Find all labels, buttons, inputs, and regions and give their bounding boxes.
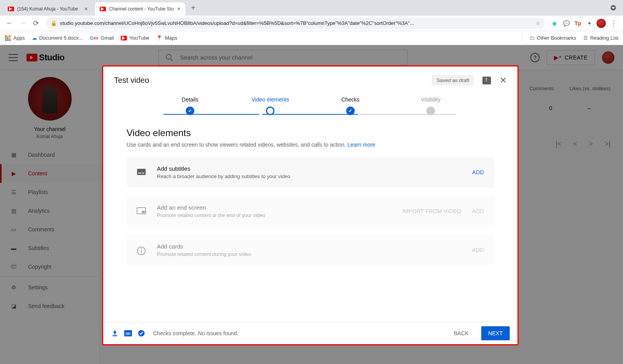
url-field[interactable]: 🔒 studio.youtube.com/channel/UCoHnj6oVjv… — [46, 18, 545, 29]
dialog-footer: SD Checks complete. No issues found. BAC… — [103, 322, 517, 344]
close-icon[interactable]: ✕ — [84, 6, 88, 12]
svg-rect-3 — [5, 37, 7, 39]
svg-point-17 — [141, 248, 142, 250]
check-icon — [346, 107, 355, 115]
svg-rect-5 — [9, 37, 11, 39]
extension-icon[interactable]: Tp — [573, 19, 583, 28]
check-icon — [186, 107, 194, 115]
bookmark-item[interactable]: 📍Maps — [156, 35, 177, 41]
lock-icon: 🔒 — [51, 20, 57, 26]
upload-icon — [111, 329, 119, 337]
svg-rect-4 — [7, 37, 9, 39]
feedback-icon[interactable] — [482, 77, 491, 84]
import-from-video-button: IMPORT FROM VIDEO — [402, 208, 461, 214]
add-subtitles-button[interactable]: ADD — [472, 169, 484, 175]
bookmark-item[interactable]: GmGmail — [90, 35, 114, 41]
sd-icon: SD — [124, 330, 132, 336]
svg-rect-8 — [9, 39, 11, 41]
tab-label: (154) Komal Ahuja - YouTube — [17, 6, 78, 12]
learn-more-link[interactable]: Learn more — [347, 142, 375, 148]
back-icon[interactable]: ← — [4, 18, 15, 29]
browser-tabstrip: (154) Komal Ahuja - YouTube ✕ Channel co… — [0, 0, 623, 16]
bookmark-item[interactable]: YouTube — [121, 35, 149, 41]
new-tab-button[interactable]: + — [188, 4, 199, 12]
tab-youtube[interactable]: (154) Komal Ahuja - YouTube ✕ — [3, 2, 93, 16]
profile-avatar[interactable] — [597, 19, 606, 28]
grammarly-icon[interactable]: ◉ — [550, 19, 559, 28]
checks-status: Checks complete. No issues found. — [153, 330, 238, 336]
back-button[interactable]: BACK — [449, 326, 474, 340]
current-step-icon — [266, 107, 275, 115]
svg-rect-18 — [141, 250, 142, 253]
card-sub: Reach a broader audience by adding subti… — [157, 173, 461, 179]
dialog-body: Video elements Use cards and an end scre… — [103, 115, 517, 322]
info-icon — [137, 246, 146, 254]
section-description: Use cards and an end screen to show view… — [127, 142, 494, 148]
svg-rect-2 — [9, 35, 11, 37]
dialog-header: Test video Saved as draft ✕ — [103, 66, 517, 93]
url-text: studio.youtube.com/channel/UCoHnj6oVjv5S… — [60, 20, 533, 26]
section-heading: Video elements — [127, 128, 494, 138]
add-cards-button: ADD — [472, 247, 484, 253]
apps-button[interactable]: Apps — [5, 35, 25, 41]
step-visibility[interactable]: Visibility — [391, 96, 471, 115]
svg-rect-6 — [5, 39, 7, 41]
svg-rect-0 — [5, 35, 7, 37]
upload-dialog: Test video Saved as draft ✕ Details Vide… — [102, 65, 519, 345]
forward-icon: → — [17, 18, 28, 29]
card-sub: Promote related content at the end of yo… — [157, 212, 391, 218]
step-video-elements[interactable]: Video elements — [230, 96, 310, 115]
next-button[interactable]: NEXT — [481, 326, 510, 340]
end-screen-icon — [137, 207, 146, 215]
card-add-end-screen: Add an end screen Promote related conten… — [127, 196, 494, 226]
saved-badge: Saved as draft — [432, 75, 474, 86]
subtitles-icon — [137, 168, 146, 176]
bookmarks-bar: Apps ☁Document 5.docx... GmGmail YouTube… — [0, 31, 623, 45]
extension-icon[interactable]: 💬 — [561, 19, 571, 28]
svg-rect-12 — [138, 173, 141, 173]
dialog-title: Test video — [114, 76, 149, 85]
card-add-cards: Add cards Promote related content during… — [127, 235, 494, 265]
menu-icon[interactable]: ⋮ — [608, 18, 619, 29]
svg-rect-19 — [113, 335, 117, 336]
chevron-down-icon[interactable] — [611, 5, 616, 10]
card-title: Add subtitles — [157, 165, 461, 172]
tab-label: Channel content - YouTube Stu — [109, 6, 174, 12]
card-title: Add cards — [157, 243, 461, 250]
future-step-icon — [426, 107, 435, 115]
svg-rect-13 — [142, 173, 144, 173]
reading-list[interactable]: ☰Reading List — [583, 35, 618, 41]
step-checks[interactable]: Checks — [310, 96, 391, 115]
other-bookmarks[interactable]: 🗀Other Bookmarks — [530, 35, 576, 41]
step-details[interactable]: Details — [150, 96, 230, 115]
close-icon[interactable]: ✕ — [177, 6, 181, 12]
apps-label: Apps — [13, 35, 25, 41]
svg-rect-7 — [7, 39, 9, 41]
address-bar: ← → ⟳ 🔒 studio.youtube.com/channel/UCoHn… — [0, 16, 623, 31]
extensions-icon[interactable]: ✦ — [585, 19, 594, 28]
check-circle-icon — [137, 329, 145, 337]
card-add-subtitles: Add subtitles Reach a broader audience b… — [127, 157, 494, 187]
close-icon[interactable]: ✕ — [500, 75, 507, 86]
svg-rect-11 — [137, 169, 146, 175]
bookmark-item[interactable]: ☁Document 5.docx... — [32, 35, 83, 41]
svg-text:SD: SD — [126, 332, 131, 336]
tab-studio[interactable]: Channel content - YouTube Stu ✕ — [95, 2, 185, 16]
svg-rect-1 — [7, 35, 9, 37]
card-sub: Promote related content during your vide… — [157, 251, 461, 257]
svg-rect-15 — [142, 211, 145, 213]
star-icon[interactable]: ☆ — [536, 20, 540, 26]
card-title: Add an end screen — [157, 204, 391, 211]
add-end-screen-button: ADD — [472, 208, 484, 214]
upload-stepper: Details Video elements Checks Visibility — [103, 93, 517, 115]
reload-icon[interactable]: ⟳ — [30, 18, 41, 29]
